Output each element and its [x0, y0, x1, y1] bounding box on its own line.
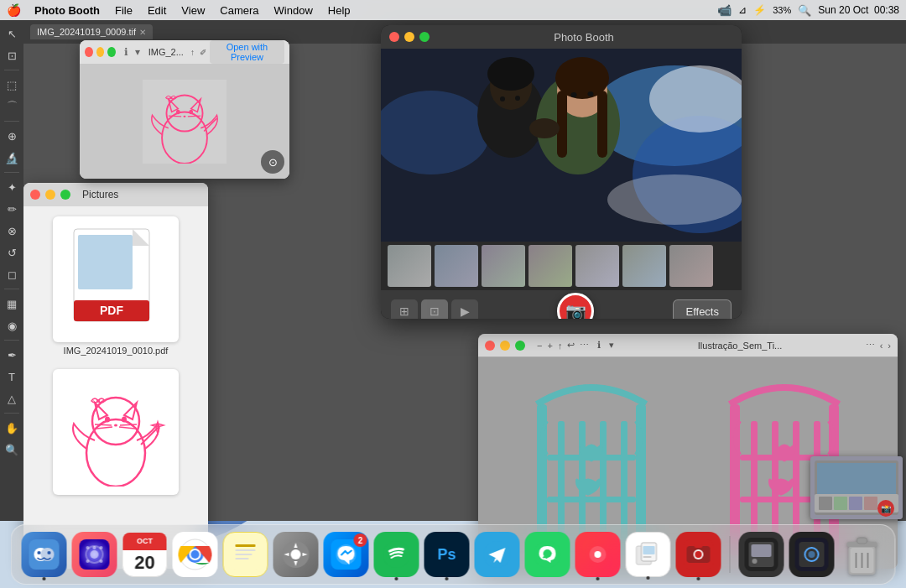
artboard-tool[interactable]: ⊡ [2, 45, 22, 65]
illust-right-more[interactable]: ⋯ [866, 340, 875, 351]
bluetooth-icon[interactable]: ⚡ [753, 4, 766, 16]
healing-brush-tool[interactable]: ✦ [2, 177, 22, 197]
thumb-2[interactable] [435, 245, 478, 287]
preview-markup-btn[interactable]: ✐ [200, 48, 206, 57]
dock-image-app-2[interactable] [789, 532, 835, 577]
ps-tab-close-btn[interactable]: ✕ [139, 28, 146, 37]
finder-content: PDF IMG_20241019_0010.pdf [23, 206, 208, 505]
dock-telegram[interactable] [475, 532, 520, 577]
finder-item-kitty[interactable] [34, 369, 198, 495]
wifi-icon[interactable]: ⊿ [738, 4, 747, 16]
thumb-7[interactable] [669, 245, 713, 287]
dock-spotify[interactable] [374, 532, 419, 577]
thumb-5[interactable] [575, 245, 619, 287]
pb-mode-grid-btn[interactable]: ⊞ [391, 299, 418, 319]
menubar-edit[interactable]: Edit [141, 3, 173, 18]
dock-trash[interactable] [840, 532, 885, 577]
eyedropper-tool[interactable]: 🔬 [2, 148, 22, 168]
zoom-tool[interactable]: 🔍 [2, 440, 22, 460]
menubar-window[interactable]: Window [268, 3, 320, 18]
menubar-file[interactable]: File [108, 3, 139, 18]
finder-close-btn[interactable] [30, 190, 40, 200]
dock-photobooth[interactable] [676, 532, 721, 577]
pb-mode-video-btn[interactable]: ▶ [451, 299, 478, 319]
illust-next-btn[interactable]: › [888, 341, 891, 351]
marquee-tool[interactable]: ⬚ [2, 75, 22, 95]
illust-info-btn[interactable]: ℹ [597, 340, 601, 351]
toolbar-separator-3 [4, 172, 19, 173]
dock-image-app-1[interactable] [739, 532, 784, 577]
finder-max-btn[interactable] [60, 190, 70, 200]
menubar-view[interactable]: View [174, 3, 211, 18]
photobooth-max-btn[interactable] [419, 32, 430, 42]
menubar-camera[interactable]: Camera [213, 3, 265, 18]
thumb-1[interactable] [388, 245, 431, 287]
illust-zoom-in-btn[interactable]: + [547, 341, 552, 351]
thumb-4[interactable] [528, 245, 572, 287]
ps-tab-title: IMG_20241019_0009.tif [37, 27, 136, 37]
photobooth-close-btn[interactable] [389, 32, 399, 42]
dock-launchpad[interactable] [72, 532, 117, 577]
dock-photoshop[interactable]: Ps [424, 532, 470, 577]
illust-zoom-out-btn[interactable]: − [537, 341, 542, 351]
preview-share-btn[interactable]: ↑ [190, 48, 195, 57]
svg-rect-104 [236, 549, 256, 551]
illust-share-btn[interactable]: ↑ [558, 341, 563, 351]
preview-min-btn[interactable] [96, 47, 105, 57]
dock-whatsapp[interactable] [525, 532, 570, 577]
dock-music[interactable] [575, 532, 621, 577]
dock-settings[interactable] [273, 532, 319, 577]
type-tool[interactable]: T [2, 367, 22, 387]
menubar-help[interactable]: Help [321, 3, 357, 18]
crop-tool[interactable]: ⊕ [2, 126, 22, 146]
dock-music-dot [596, 577, 600, 580]
illustration-close-btn[interactable] [485, 341, 495, 351]
move-tool[interactable]: ↖ [2, 23, 22, 44]
dock-notes[interactable] [223, 532, 268, 577]
finder-window: Pictures PDF IMG_20241019_0010.pdf [23, 183, 208, 569]
preview-nav-btn[interactable]: ▾ [133, 44, 142, 60]
thumb-6[interactable] [622, 245, 666, 287]
eraser-tool[interactable]: ◻ [2, 264, 22, 284]
photobooth-min-btn[interactable] [404, 32, 414, 42]
illust-prev-btn[interactable]: ‹ [880, 341, 883, 351]
brush-tool[interactable]: ✏ [2, 199, 22, 219]
finder-min-btn[interactable] [45, 190, 55, 200]
search-icon[interactable]: 🔍 [798, 4, 811, 17]
illust-rotate-btn[interactable]: ↩ [567, 340, 575, 351]
path-tool[interactable]: △ [2, 388, 22, 408]
illustration-min-btn[interactable] [500, 341, 510, 351]
clone-tool[interactable]: ⊗ [2, 221, 22, 241]
blur-tool[interactable]: ◉ [2, 315, 22, 336]
preview-info-btn[interactable]: ℹ [122, 44, 130, 60]
apple-menu[interactable]: 🍎 [7, 3, 21, 17]
thumb-3[interactable] [482, 245, 525, 287]
dock-preview[interactable] [626, 532, 671, 577]
pb-capture-button[interactable]: 📷 [557, 293, 594, 319]
dock-calendar[interactable]: OCT 20 [122, 532, 168, 577]
preview-capture-icon[interactable]: ⊙ [261, 150, 284, 174]
dock-messenger[interactable]: 2 [324, 532, 369, 577]
svg-text:📸: 📸 [881, 503, 892, 514]
facetime-icon[interactable]: 📹 [717, 3, 732, 17]
pb-effects-button[interactable]: Effects [673, 299, 732, 320]
preview-title: IMG_2... [148, 47, 184, 57]
gradient-tool[interactable]: ▦ [2, 294, 22, 314]
preview-open-btn[interactable]: Open with Preview [210, 40, 284, 64]
illust-more-btn[interactable]: ⋯ [580, 340, 589, 351]
bottom-right-preview[interactable]: 📸 [810, 456, 903, 519]
history-brush-tool[interactable]: ↺ [2, 242, 22, 263]
finder-item-pdf[interactable]: PDF IMG_20241019_0010.pdf [34, 216, 198, 356]
preview-close-btn[interactable] [85, 47, 93, 57]
dock-finder[interactable] [22, 532, 67, 577]
lasso-tool[interactable]: ⌒ [2, 96, 22, 117]
ps-file-tab[interactable]: IMG_20241019_0009.tif ✕ [30, 24, 153, 39]
svg-line-53 [169, 116, 181, 117]
dock-chrome[interactable] [173, 532, 218, 577]
menubar-app-name[interactable]: Photo Booth [28, 3, 107, 18]
illustration-max-btn[interactable] [515, 341, 525, 351]
hand-tool[interactable]: ✋ [2, 418, 22, 438]
preview-max-btn[interactable] [107, 47, 116, 57]
pen-tool[interactable]: ✒ [2, 345, 22, 365]
pb-mode-single-btn[interactable]: ⊡ [421, 299, 448, 319]
